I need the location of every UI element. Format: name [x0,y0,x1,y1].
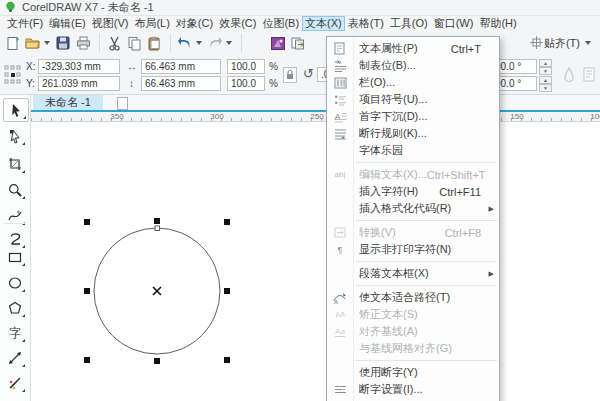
menu-item-font-playground[interactable]: 字体乐园 [327,142,499,159]
treat-as-filled-icon[interactable] [529,35,544,50]
menu-item-insert-formatting-code[interactable]: 插入格式化代码(R) ▶ [327,200,499,217]
menu-item-paragraph-text-frame[interactable]: 段落文本框(X) ▶ [327,265,499,282]
drop-cap-icon: A [327,111,353,123]
title-bar: CorelDRAW X7 - 未命名 -1 [0,0,600,16]
menu-item-bullets[interactable]: 项目符号(U)... [327,91,499,108]
crop-tool-icon [8,157,22,171]
rectangle-tool[interactable] [3,246,27,268]
menu-help[interactable]: 帮助(H) [476,16,519,31]
drawing-canvas[interactable] [31,122,600,401]
menu-object[interactable]: 对象(C) [173,16,216,31]
menu-separator [355,360,497,361]
tab-stops-icon [327,60,353,72]
open-file-icon[interactable] [24,34,42,52]
scale-vertical-field[interactable]: 100.0 [227,76,265,91]
import-icon[interactable] [269,34,287,52]
selection-handle [224,219,230,225]
standard-toolbar: 贴齐(T) [0,31,600,55]
svg-text:A: A [334,112,340,122]
x-position-field[interactable]: -329.303 mm [38,59,120,74]
menu-item-columns[interactable]: 栏(O)... [327,74,499,91]
edit-text-icon: ab| [327,170,353,179]
dimension-tool-icon [8,351,22,365]
lock-ratio-icon[interactable] [283,67,297,83]
droplet-icon [562,66,576,83]
menu-item-align-to-baseline[interactable]: Aa 对齐基线(A) [327,323,499,340]
menu-separator [355,261,497,262]
scale-horizontal-field[interactable]: 100.0 [227,59,265,74]
menu-item-drop-cap[interactable]: A 首字下沉(D)... [327,108,499,125]
property-bar: X: -329.303 mm Y: 261.039 mm ↔ 66.463 mm… [0,55,600,95]
curve-node[interactable] [155,226,160,231]
canvas-svg [31,122,600,401]
ellipse-tool[interactable] [3,272,27,294]
redo-flyout-arrow[interactable] [226,41,232,45]
menu-separator [355,285,497,286]
x-position-label: X: [26,61,35,72]
new-document-icon[interactable] [4,34,22,52]
text-tool[interactable]: 字 [3,322,27,344]
menu-item-show-nonprinting-characters[interactable]: ¶ 显示非打印字符(N) [327,241,499,258]
menu-item-straighten-text[interactable]: Aa 矫正文本(S) [327,306,499,323]
fit-text-to-path-icon: A [327,292,353,304]
document-tab[interactable]: 未命名 -1 [33,95,103,110]
pick-tool[interactable] [3,98,29,122]
menu-item-line-break-rules[interactable]: 断行规则(K)... [327,125,499,142]
save-icon[interactable] [54,34,72,52]
menu-effects[interactable]: 效果(C) [216,16,259,31]
menu-item-edit-text[interactable]: ab| 编辑文本(X)... Ctrl+Shift+T [327,166,499,183]
menu-item-tab-stops[interactable]: 制表位(B)... [327,57,499,74]
polygon-tool[interactable] [3,297,27,319]
menu-tools[interactable]: 工具(O) [387,16,431,31]
menu-item-use-hyphenation[interactable]: 使用断字(Y) [327,364,499,381]
artistic-media-tool-icon [9,232,22,246]
shape-tool[interactable] [3,125,27,147]
copy-icon[interactable] [125,34,143,52]
arc-end-spinner[interactable]: ▲▼ [539,76,552,91]
selection-handle [84,219,90,225]
ruler-number: 350 [110,112,123,121]
menu-table[interactable]: 表格(T) [345,16,387,31]
menu-item-align-to-baseline-grid[interactable]: 与基线网格对齐(G) [327,340,499,357]
menu-item-text-properties[interactable]: 文本属性(P) Ctrl+T [327,40,499,57]
print-icon[interactable] [74,34,92,52]
text-tool-icon: 字 [9,325,21,342]
tab-page-icon[interactable] [117,97,128,110]
menu-edit[interactable]: 编辑(E) [46,16,89,31]
zoom-tool[interactable] [3,179,27,201]
menu-layout[interactable]: 布局(L) [131,16,172,31]
object-position-grid-icon[interactable] [4,62,22,88]
menu-item-hyphenation-settings[interactable]: 断字设置(I)... [327,381,499,398]
scale-h-percent-label: % [269,61,278,72]
menu-item-insert-character[interactable]: 插入字符(H) Ctrl+F11 [327,183,499,200]
menu-text[interactable]: 文本(X) [302,16,345,31]
open-flyout-arrow[interactable] [44,41,50,45]
menu-bitmaps[interactable]: 位图(B) [259,16,302,31]
svg-text:A: A [334,298,338,304]
undo-icon[interactable] [176,34,194,52]
shape-tool-icon [9,129,22,144]
menu-window[interactable]: 窗口(W) [431,16,477,31]
redo-icon[interactable] [206,34,224,52]
horizontal-ruler[interactable]: 350 300 250 200 150 100 [31,112,600,122]
cut-icon[interactable] [105,34,123,52]
snap-to-button[interactable]: 贴齐(T) [544,34,595,52]
object-width-field[interactable]: 66.463 mm [141,59,221,74]
menu-item-fit-text-to-path[interactable]: A 使文本适合路径(T) [327,289,499,306]
paste-icon[interactable] [145,34,163,52]
hyphenation-settings-icon [327,385,353,395]
dimension-tool[interactable] [3,347,27,369]
menu-view[interactable]: 视图(V) [89,16,132,31]
toolbar-separator [241,34,242,52]
crop-tool[interactable] [3,153,27,175]
eyedropper-tool[interactable] [3,372,27,394]
rectangle-tool-icon [8,251,23,264]
menu-item-convert[interactable]: 转换(V) Ctrl+F8 [327,224,499,241]
object-height-field[interactable]: 66.463 mm [141,76,221,91]
y-position-field[interactable]: 261.039 mm [38,76,120,91]
undo-flyout-arrow[interactable] [196,41,202,45]
export-icon[interactable] [289,34,307,52]
scale-v-percent-label: % [269,78,278,89]
arc-start-spinner[interactable]: ▲▼ [539,59,552,74]
menu-file[interactable]: 文件(F) [4,16,46,31]
